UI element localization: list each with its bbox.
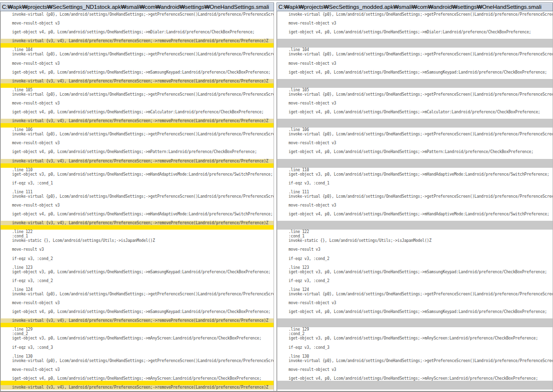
code-line[interactable]: invoke-static {}, Lcom/android/settings/… xyxy=(277,238,553,243)
code-line[interactable]: iget-object v3, p0, Lcom/android/setting… xyxy=(0,172,274,177)
code-line[interactable]: .line 122 xyxy=(0,230,274,234)
code-line[interactable]: .line 130 xyxy=(0,354,274,359)
code-line[interactable]: invoke-virtual {p0}, Lcom/android/settin… xyxy=(277,194,553,199)
code-line[interactable]: if-eqz v3, :cond_2 xyxy=(277,279,553,283)
missing-line-placeholder[interactable] xyxy=(277,119,553,123)
missing-line-placeholder[interactable] xyxy=(277,163,553,168)
missing-line-placeholder[interactable] xyxy=(277,79,553,83)
diff-line[interactable]: invoke-virtual {v3, v4}, Landroid/prefer… xyxy=(0,39,274,43)
code-line[interactable]: move-result-object v3 xyxy=(0,301,274,305)
code-line[interactable]: invoke-virtual {p0}, Lcom/android/settin… xyxy=(277,92,553,97)
code-line[interactable]: iget-object v4, p0, Lcom/android/setting… xyxy=(277,110,553,114)
code-line[interactable]: .line 124 xyxy=(277,287,553,292)
code-line[interactable]: .line 122 xyxy=(277,230,553,234)
code-line[interactable]: iget-object v4, p0, Lcom/android/setting… xyxy=(0,212,274,216)
code-line[interactable]: move-result-object v3 xyxy=(277,21,553,26)
code-line[interactable]: move-result-object v3 xyxy=(277,301,553,305)
diff-filler-line[interactable] xyxy=(0,381,274,385)
code-line[interactable]: :cond_2 xyxy=(0,332,274,336)
code-line[interactable]: iget-object v4, p0, Lcom/android/setting… xyxy=(277,150,553,154)
code-line[interactable]: .line 123 xyxy=(0,265,274,270)
code-line[interactable]: .line 124 xyxy=(0,287,274,292)
diff-line[interactable]: invoke-virtual {v3, v4}, Landroid/prefer… xyxy=(0,385,274,390)
code-line[interactable]: invoke-virtual {p0}, Lcom/android/settin… xyxy=(0,92,274,97)
code-line[interactable]: move-result-object v3 xyxy=(277,61,553,66)
missing-line-placeholder[interactable] xyxy=(277,323,553,327)
left-file-header[interactable]: C:₩apk₩projects₩SecSettings_ND1stock.apk… xyxy=(0,2,274,11)
right-file-header[interactable]: C:₩apk₩projects₩SecSettings_modded.apk₩s… xyxy=(276,2,553,11)
code-line[interactable]: invoke-virtual {p0}, Lcom/android/settin… xyxy=(0,52,274,56)
code-line[interactable]: .line 105 xyxy=(277,88,553,92)
missing-line-placeholder[interactable] xyxy=(277,123,553,128)
code-line[interactable]: iget-object v4, p0, Lcom/android/setting… xyxy=(277,212,553,216)
code-line[interactable]: .line 106 xyxy=(0,128,274,132)
code-line[interactable]: iget-object v4, p0, Lcom/android/setting… xyxy=(0,30,274,34)
missing-line-placeholder[interactable] xyxy=(277,221,553,225)
code-line[interactable]: iget-object v3, p0, Lcom/android/setting… xyxy=(0,270,274,274)
code-line[interactable]: invoke-virtual {p0}, Lcom/android/settin… xyxy=(0,194,274,199)
code-line[interactable]: invoke-virtual {p0}, Lcom/android/settin… xyxy=(277,132,553,136)
code-line[interactable]: if-eqz v3, :cond_2 xyxy=(0,257,274,261)
code-line[interactable]: invoke-virtual {p0}, Lcom/android/settin… xyxy=(277,292,553,296)
missing-line-placeholder[interactable] xyxy=(277,159,553,163)
diff-filler-line[interactable] xyxy=(0,323,274,327)
code-line[interactable]: if-eqz v3, :cond_2 xyxy=(277,257,553,261)
missing-line-placeholder[interactable] xyxy=(277,43,553,48)
code-line[interactable]: invoke-static {}, Lcom/android/settings/… xyxy=(0,238,274,243)
left-code-pane[interactable]: invoke-virtual {p0}, Lcom/android/settin… xyxy=(0,11,274,391)
code-line[interactable]: .line 105 xyxy=(0,88,274,92)
code-line[interactable]: iget-object v4, p0, Lcom/android/setting… xyxy=(0,150,274,154)
diff-line[interactable]: invoke-virtual {v3, v4}, Landroid/prefer… xyxy=(0,221,274,225)
code-line[interactable]: invoke-virtual {p0}, Lcom/android/settin… xyxy=(277,359,553,363)
missing-line-placeholder[interactable] xyxy=(277,83,553,88)
code-line[interactable]: move-result-object v3 xyxy=(277,141,553,145)
code-line[interactable]: move-result v3 xyxy=(277,247,553,252)
code-line[interactable]: iget-object v3, p0, Lcom/android/setting… xyxy=(0,336,274,340)
code-line[interactable]: .line 110 xyxy=(277,168,553,172)
diff-filler-line[interactable] xyxy=(0,123,274,128)
diff-line[interactable]: invoke-virtual {v3, v4}, Landroid/prefer… xyxy=(0,159,274,163)
code-line[interactable]: :cond_2 xyxy=(277,332,553,336)
code-line[interactable]: move-result-object v3 xyxy=(277,367,553,372)
missing-line-placeholder[interactable] xyxy=(277,318,553,323)
code-line[interactable]: move-result-object v3 xyxy=(0,203,274,208)
code-line[interactable]: iget-object v4, p0, Lcom/android/setting… xyxy=(277,310,553,314)
code-line[interactable]: iget-object v3, p0, Lcom/android/setting… xyxy=(277,336,553,340)
missing-line-placeholder[interactable] xyxy=(277,385,553,390)
code-line[interactable]: move-result-object v3 xyxy=(0,61,274,66)
code-line[interactable]: invoke-virtual {p0}, Lcom/android/settin… xyxy=(0,132,274,136)
code-line[interactable]: move-result-object v3 xyxy=(0,141,274,145)
code-line[interactable]: if-eqz v3, :cond_1 xyxy=(277,181,553,185)
code-line[interactable]: if-eqz v3, :cond_3 xyxy=(0,345,274,350)
code-line[interactable]: invoke-virtual {p0}, Lcom/android/settin… xyxy=(0,292,274,296)
code-line[interactable]: .line 111 xyxy=(0,190,274,194)
missing-line-placeholder[interactable] xyxy=(277,381,553,385)
code-line[interactable]: move-result-object v3 xyxy=(0,101,274,105)
code-line[interactable]: iget-object v4, p0, Lcom/android/setting… xyxy=(277,30,553,34)
diff-filler-line[interactable] xyxy=(0,163,274,168)
diff-filler-line[interactable] xyxy=(0,83,274,88)
missing-line-placeholder[interactable] xyxy=(277,39,553,43)
code-line[interactable]: iget-object v3, p0, Lcom/android/setting… xyxy=(277,172,553,177)
code-line[interactable]: .line 111 xyxy=(277,190,553,194)
missing-line-placeholder[interactable] xyxy=(277,225,553,230)
code-line[interactable]: if-eqz v3, :cond_1 xyxy=(0,181,274,185)
code-line[interactable]: invoke-virtual {p0}, Lcom/android/settin… xyxy=(277,52,553,56)
diff-filler-line[interactable] xyxy=(0,225,274,230)
code-line[interactable]: invoke-virtual {p0}, Lcom/android/settin… xyxy=(0,359,274,363)
code-line[interactable]: .line 129 xyxy=(0,327,274,332)
code-line[interactable]: if-eqz v3, :cond_2 xyxy=(0,279,274,283)
code-line[interactable]: .line 123 xyxy=(277,265,553,270)
code-line[interactable]: .line 110 xyxy=(0,168,274,172)
code-line[interactable]: if-eqz v3, :cond_3 xyxy=(277,345,553,350)
code-line[interactable]: :cond_1 xyxy=(277,234,553,238)
right-code-pane[interactable]: invoke-virtual {p0}, Lcom/android/settin… xyxy=(276,11,553,391)
code-line[interactable]: iget-object v4, p0, Lcom/android/setting… xyxy=(277,70,553,75)
code-line[interactable]: move-result-object v3 xyxy=(0,21,274,26)
code-line[interactable]: invoke-virtual {p0}, Lcom/android/settin… xyxy=(0,12,274,17)
code-line[interactable]: :cond_1 xyxy=(0,234,274,238)
code-line[interactable]: iget-object v4, p0, Lcom/android/setting… xyxy=(0,310,274,314)
code-line[interactable]: move-result-object v3 xyxy=(277,203,553,208)
code-line[interactable]: .line 130 xyxy=(277,354,553,359)
code-line[interactable]: invoke-virtual {p0}, Lcom/android/settin… xyxy=(277,12,553,17)
